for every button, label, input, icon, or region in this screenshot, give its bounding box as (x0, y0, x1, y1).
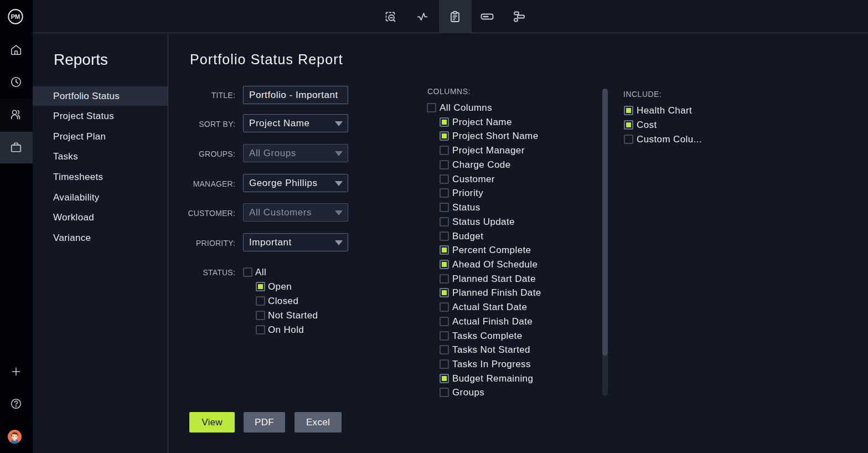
svg-text:PM: PM (11, 13, 20, 20)
